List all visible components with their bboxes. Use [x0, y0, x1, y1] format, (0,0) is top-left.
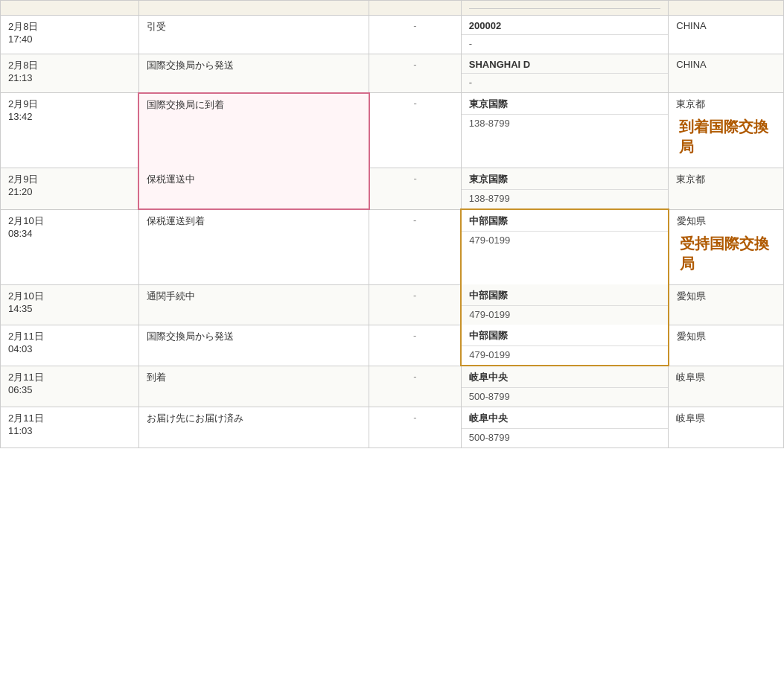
post-num-5: 479-0199 [462, 306, 667, 325]
cell-pref-7: 岐阜県 [669, 366, 784, 407]
pref-text-4: 愛知県 [677, 214, 776, 228]
cell-status-4: 保税運送到着 [138, 209, 369, 284]
cell-post-7: 岐阜中央500-8799 [461, 366, 668, 407]
cell-status-1: 国際交換局から発送 [138, 54, 369, 93]
post-name-1: SHANGHAI D [462, 54, 668, 74]
table-row: 2月10日 08:34保税運送到着-中部国際479-0199愛知県受持国際交換局 [1, 209, 784, 284]
cell-detail-7: - [369, 366, 462, 407]
cell-date-1: 2月8日 21:13 [1, 54, 139, 93]
header-pref [669, 1, 784, 16]
table-row: 2月9日 13:42国際交換局に到着-東京国際138-8799東京都到着国際交換… [1, 93, 784, 168]
post-num-0: - [462, 35, 668, 54]
post-name-2: 東京国際 [462, 93, 668, 115]
cell-status-8: お届け先にお届け済み [138, 407, 369, 448]
cell-detail-3: - [369, 168, 462, 210]
cell-post-2: 東京国際138-8799 [461, 93, 668, 168]
cell-status-5: 通関手続中 [138, 284, 369, 325]
header-post-name [469, 5, 660, 9]
cell-date-5: 2月10日 14:35 [1, 284, 139, 325]
cell-detail-4: - [369, 209, 462, 284]
cell-post-0: 200002- [461, 16, 668, 54]
cell-pref-3: 東京都 [669, 168, 784, 210]
arrival-annotation: 到着国際交換局 [676, 111, 776, 163]
header-post [461, 1, 668, 16]
header-status [138, 1, 369, 16]
cell-date-4: 2月10日 08:34 [1, 209, 139, 284]
cell-pref-1: CHINA [669, 54, 784, 93]
cell-date-2: 2月9日 13:42 [1, 93, 139, 168]
table-row: 2月11日 11:03お届け先にお届け済み-岐阜中央500-8799岐阜県 [1, 407, 784, 448]
cell-detail-8: - [369, 407, 462, 448]
cell-pref-0: CHINA [669, 16, 784, 54]
post-num-1: - [462, 74, 668, 92]
cell-post-8: 岐阜中央500-8799 [461, 407, 668, 448]
post-name-5: 中部国際 [462, 284, 667, 306]
cell-date-7: 2月11日 06:35 [1, 366, 139, 407]
pref-text-2: 東京都 [676, 98, 776, 111]
cell-detail-5: - [369, 284, 462, 325]
table-row: 2月11日 06:35到着-岐阜中央500-8799岐阜県 [1, 366, 784, 407]
post-num-6: 479-0199 [462, 346, 667, 365]
post-name-6: 中部国際 [462, 325, 667, 346]
table-row: 2月8日 21:13国際交換局から発送-SHANGHAI D-CHINA [1, 54, 784, 93]
cell-post-5: 中部国際479-0199 [461, 284, 668, 325]
receiving-annotation: 受持国際交換局 [677, 228, 776, 280]
post-name-3: 東京国際 [462, 168, 668, 190]
post-num-8: 500-8799 [462, 429, 668, 447]
cell-pref-6: 愛知県 [669, 325, 784, 366]
post-num-7: 500-8799 [462, 388, 668, 407]
cell-status-3: 保税運送中 [138, 168, 369, 210]
cell-pref-2: 東京都到着国際交換局 [669, 93, 784, 168]
post-name-0: 200002 [462, 16, 668, 35]
tracking-table-wrapper: 2月8日 17:40引受-200002-CHINA2月8日 21:13国際交換局… [0, 0, 784, 448]
post-num-3: 138-8799 [462, 190, 668, 208]
cell-post-6: 中部国際479-0199 [461, 325, 668, 366]
post-name-4: 中部国際 [462, 210, 667, 232]
cell-date-3: 2月9日 21:20 [1, 168, 139, 210]
table-row: 2月9日 21:20保税運送中-東京国際138-8799東京都 [1, 168, 784, 210]
post-num-4: 479-0199 [462, 232, 667, 250]
header-detail [369, 1, 462, 16]
post-name-7: 岐阜中央 [462, 366, 668, 388]
table-row: 2月11日 04:03国際交換局から発送-中部国際479-0199愛知県 [1, 325, 784, 366]
cell-pref-8: 岐阜県 [669, 407, 784, 448]
post-num-2: 138-8799 [462, 115, 668, 133]
header-date [1, 1, 139, 16]
cell-detail-1: - [369, 54, 462, 93]
cell-status-6: 国際交換局から発送 [138, 325, 369, 366]
cell-post-3: 東京国際138-8799 [461, 168, 668, 210]
cell-date-6: 2月11日 04:03 [1, 325, 139, 366]
cell-date-8: 2月11日 11:03 [1, 407, 139, 448]
tracking-table: 2月8日 17:40引受-200002-CHINA2月8日 21:13国際交換局… [0, 0, 784, 448]
cell-date-0: 2月8日 17:40 [1, 16, 139, 54]
post-name-8: 岐阜中央 [462, 407, 668, 429]
cell-pref-5: 愛知県 [669, 284, 784, 325]
cell-pref-4: 愛知県受持国際交換局 [669, 209, 784, 284]
cell-detail-0: - [369, 16, 462, 54]
cell-status-0: 引受 [138, 16, 369, 54]
cell-detail-6: - [369, 325, 462, 366]
cell-post-1: SHANGHAI D- [461, 54, 668, 93]
cell-status-2: 国際交換局に到着 [138, 93, 369, 168]
table-row: 2月8日 17:40引受-200002-CHINA [1, 16, 784, 54]
cell-status-7: 到着 [138, 366, 369, 407]
cell-post-4: 中部国際479-0199 [461, 209, 668, 284]
cell-detail-2: - [369, 93, 462, 168]
table-row: 2月10日 14:35通関手続中-中部国際479-0199愛知県 [1, 284, 784, 325]
